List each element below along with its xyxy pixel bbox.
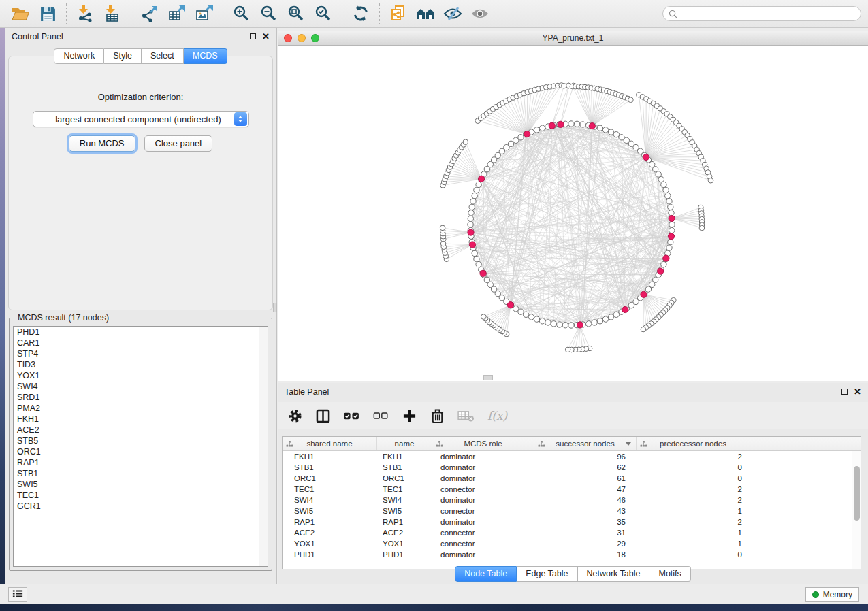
table-row[interactable]: PHD1PHD1dominator180 [283,549,861,560]
control-panel-tabs: Network Style Select MCDS [5,48,276,64]
table-cell [750,549,861,560]
zoom-window-icon[interactable] [311,34,319,42]
network-graph[interactable] [278,46,868,381]
export-table-button[interactable] [163,2,191,25]
zoom-in-button[interactable] [228,2,255,25]
save-button[interactable] [34,2,61,25]
network-canvas[interactable] [278,46,868,381]
column-header-predecessor-nodes[interactable]: predecessor nodes [637,437,750,450]
refresh-icon [352,5,370,22]
tab-mcds[interactable]: MCDS [184,48,227,64]
column-header-shared-name[interactable]: shared name [283,437,377,450]
mcds-result-item[interactable]: STB1 [14,468,268,479]
table-row[interactable]: YOX1YOX1connector291 [283,538,861,549]
tab-style[interactable]: Style [104,48,142,64]
column-header-name[interactable]: name [377,437,432,450]
mcds-result-item[interactable]: CAR1 [14,337,268,348]
mcds-result-item[interactable]: ORC1 [14,446,268,457]
mcds-result-item[interactable]: SWI4 [14,381,268,392]
float-table-panel-icon[interactable] [841,389,848,395]
mcds-result-item[interactable]: GCR1 [14,501,268,512]
criterion-dropdown[interactable]: largest connected component (undirected) [33,111,249,127]
mcds-result-item[interactable]: TEC1 [14,490,268,501]
mcds-result-item[interactable]: STP4 [14,348,268,359]
tab-network[interactable]: Network [54,48,104,64]
toolbar-separator [66,3,67,24]
table-scrollbar[interactable] [852,451,861,569]
mcds-result-item[interactable]: SWI5 [14,479,268,490]
status-menu-button[interactable] [8,587,27,602]
column-header-mcds-role[interactable]: MCDS role [432,437,534,450]
table-cell: connector [432,538,534,549]
close-panel-button[interactable]: Close panel [144,135,213,152]
tab-select[interactable]: Select [142,48,184,64]
columns-button[interactable] [315,407,330,425]
close-window-icon[interactable] [284,34,292,42]
mcds-result-item[interactable]: YOX1 [14,370,268,381]
mcds-result-item[interactable]: FKH1 [14,414,268,425]
horizontal-splitter-handle[interactable] [483,375,493,380]
table-cell: ACE2 [377,527,432,538]
table-cell [750,495,861,506]
select-all-button[interactable] [343,407,360,425]
table-row[interactable]: ORC1ORC1dominator610 [283,473,861,484]
table-row[interactable]: TEC1TEC1connector472 [283,484,861,495]
table-row[interactable]: ACE2ACE2connector311 [283,527,861,538]
memory-button[interactable]: Memory [805,587,859,602]
search-box[interactable] [662,6,861,21]
mcds-result-item[interactable]: ACE2 [14,425,268,435]
float-window-icon[interactable] [250,33,256,39]
node-table-header: shared name name MCDS role successor nod… [283,437,861,451]
export-network-button[interactable] [136,2,163,25]
refresh-button[interactable] [347,2,374,25]
mcds-result-item[interactable]: STB5 [14,435,268,446]
table-row[interactable]: STB1STB1dominator620 [283,462,861,473]
table-row[interactable]: SWI5SWI5connector431 [283,506,861,516]
tab-node-table[interactable]: Node Table [455,566,517,582]
table-scrollbar-thumb[interactable] [854,466,860,521]
close-panel-icon[interactable]: ✕ [262,32,270,41]
clone-network-button[interactable] [385,2,412,25]
tab-motifs[interactable]: Motifs [649,566,690,582]
mcds-result-list[interactable]: PHD1CAR1STP4TID3YOX1SWI4SRD1PMA2FKH1ACE2… [13,326,268,567]
table-cell [750,462,861,473]
run-mcds-button[interactable]: Run MCDS [69,135,135,152]
result-list-scrollbar[interactable] [259,327,268,566]
mcds-result-item[interactable]: TID3 [14,359,268,370]
optimization-criterion-label: Optimization criterion: [9,92,272,102]
add-button[interactable] [402,407,417,425]
table-row[interactable]: RAP1RAP1dominator352 [283,516,861,527]
delete-button[interactable] [430,407,445,425]
tab-edge-table[interactable]: Edge Table [517,566,577,582]
network-titlebar[interactable]: YPA_prune.txt_1 [278,31,868,46]
table-row[interactable]: FKH1FKH1dominator962 [283,451,861,462]
table-cell: STB1 [283,462,377,473]
toolbar-separator [379,3,380,24]
tab-network-table[interactable]: Network Table [578,566,650,582]
import-table-button[interactable] [99,2,126,25]
table-cell: 46 [534,495,637,506]
zoom-out-button[interactable] [255,2,283,25]
deselect-all-button[interactable] [373,407,389,425]
zoom-fit-button[interactable] [283,2,310,25]
close-table-panel-icon[interactable]: ✕ [854,387,861,396]
mcds-result-item[interactable]: PMA2 [14,403,268,414]
open-button[interactable] [7,2,34,25]
mcds-result-item[interactable]: SRD1 [14,392,268,403]
import-network-button[interactable] [71,2,99,25]
column-header-successor-nodes[interactable]: successor nodes [534,437,637,450]
mcds-result-item[interactable]: PHD1 [14,327,268,337]
hide-selected-button[interactable] [439,2,466,25]
vertical-splitter-handle[interactable] [273,303,277,312]
show-all-button[interactable] [466,2,494,25]
minimize-window-icon[interactable] [298,34,306,42]
search-input[interactable] [677,8,855,19]
status-bar: Memory [0,584,868,604]
zoom-selected-button[interactable] [310,2,337,25]
table-panel: Table Panel ✕ f(x) shared name name MCDS… [278,383,868,584]
first-neighbors-button[interactable] [412,2,439,25]
mcds-result-item[interactable]: RAP1 [14,457,268,468]
export-image-button[interactable] [191,2,218,25]
gear-button[interactable] [287,407,302,425]
table-row[interactable]: SWI4SWI4dominator462 [283,495,861,506]
